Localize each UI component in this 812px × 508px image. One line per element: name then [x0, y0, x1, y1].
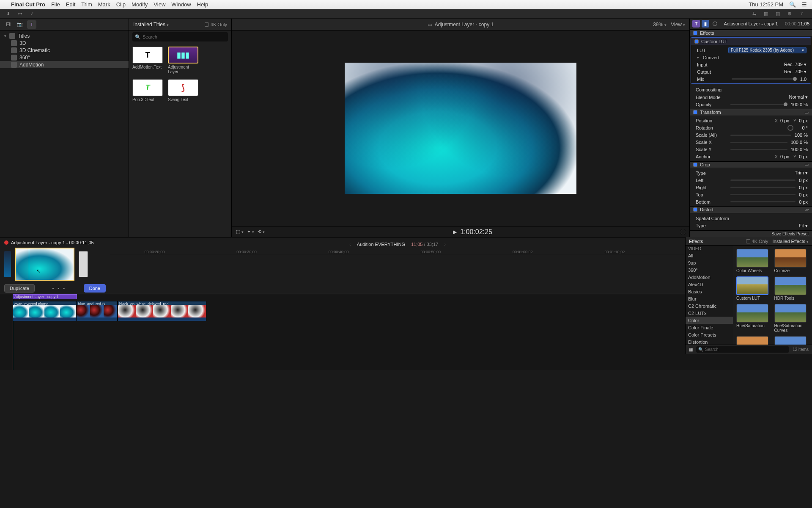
effect-item[interactable]: Colorize [774, 249, 809, 273]
nav-next-icon[interactable]: › [444, 242, 446, 247]
crop-top-slider[interactable] [730, 194, 796, 195]
effects-cat[interactable]: Color [686, 317, 733, 324]
inspector-tab-video[interactable]: ▮ [702, 20, 709, 28]
import-button[interactable]: ⬇ [3, 10, 13, 18]
crop-onscreen-icon[interactable]: ▭ [804, 162, 809, 167]
zoom-dropdown[interactable]: 39% [653, 22, 667, 28]
effects-cat[interactable]: Color Presets [686, 331, 733, 338]
menu-modify[interactable]: Modify [132, 1, 148, 8]
enhance-tool-button[interactable]: ✦ [247, 229, 254, 235]
transform-header[interactable]: Transform▭ [690, 109, 812, 116]
custom-lut-header[interactable]: Custom LUT [691, 38, 811, 45]
effect-item[interactable]: Custom LUT [736, 276, 771, 301]
save-effects-preset-button[interactable]: Save Effects Preset [771, 232, 809, 236]
audition-next-thumb[interactable] [79, 251, 88, 277]
effects-cat[interactable]: C2 LUTx [686, 309, 733, 317]
clip-appearance-button[interactable]: ⚙ [785, 10, 794, 18]
timeline-clip[interactable]: cyan inverted plume [13, 301, 76, 321]
menu-mark[interactable]: Mark [98, 1, 110, 8]
crop-left-value[interactable]: 0 px [799, 178, 808, 183]
effect-item[interactable] [736, 336, 771, 345]
audition-prev-thumb[interactable] [4, 251, 11, 277]
inspector-effects-header[interactable]: Effects [690, 30, 812, 37]
effect-item[interactable] [774, 336, 809, 345]
effects-cat[interactable]: 360° [686, 266, 733, 273]
mix-slider[interactable] [732, 78, 797, 80]
crop-type-value[interactable]: Trim ▾ [795, 170, 808, 176]
rotation-dial[interactable] [787, 125, 793, 131]
duplicate-button[interactable]: Duplicate [4, 284, 35, 293]
tree-item-addmotion[interactable]: AddMotion [0, 61, 129, 68]
lut-select[interactable]: Fuji F125 Kodak 2395 (by Adobe)▾ [728, 47, 807, 53]
retime-tool-button[interactable]: ⟲ [258, 229, 265, 235]
crop-bottom-slider[interactable] [730, 201, 796, 202]
browser-4k-only-toggle[interactable]: 4K Only [205, 22, 227, 27]
effects-cat[interactable]: Alex4D [686, 281, 733, 288]
menu-view[interactable]: View [154, 1, 165, 8]
audition-current-thumb[interactable]: ↖ [15, 248, 74, 281]
effects-cat[interactable]: 9up [686, 259, 733, 266]
browser-search-input[interactable] [143, 34, 225, 39]
scale-y-slider[interactable] [730, 149, 787, 150]
pos-x[interactable]: 0 px [780, 118, 789, 123]
browser-item[interactable]: ▮▮▮ Adjustment Layer [168, 47, 198, 74]
scale-x-slider[interactable] [730, 142, 787, 143]
distort-header[interactable]: Distort▱ [690, 206, 812, 213]
pos-y[interactable]: 0 px [799, 118, 808, 123]
scale-all-slider[interactable] [730, 135, 791, 136]
effects-cat[interactable]: C2 Chromatic [686, 302, 733, 309]
browser-item[interactable]: T Pop.3DText [132, 79, 163, 102]
effects-cat[interactable]: AddMotion [686, 273, 733, 281]
effect-item[interactable]: HDR Tools [774, 276, 809, 301]
distort-onscreen-icon[interactable]: ▱ [805, 207, 809, 213]
effects-cat[interactable]: Distortion [686, 338, 733, 345]
app-name[interactable]: Final Cut Pro [11, 1, 45, 8]
menu-edit[interactable]: Edit [66, 1, 75, 8]
effects-cat[interactable]: Color Finale [686, 324, 733, 331]
crop-bottom-value[interactable]: 0 px [799, 199, 808, 204]
effect-item[interactable]: Hue/Saturation [736, 304, 771, 333]
inspector-tab-title[interactable]: T [692, 20, 700, 28]
effects-4k-only-toggle[interactable]: 4K Only [746, 239, 768, 244]
transform-tool-button[interactable]: ⬚ [236, 229, 244, 235]
timeline-ruler[interactable]: 00:00:20;00 00:00:30;00 00:00:40;00 00:0… [110, 248, 685, 255]
titles-tab-icon[interactable]: T [27, 20, 36, 29]
menu-clip[interactable]: Clip [116, 1, 126, 8]
browser-item[interactable]: T AddMotion.Text [132, 47, 163, 74]
installed-effects-dropdown[interactable]: Installed Effects [773, 239, 809, 244]
tree-item-3d-cinematic[interactable]: 3D Cinematic [0, 47, 129, 54]
scale-all-value[interactable]: 100 % [795, 133, 808, 138]
effects-cat[interactable]: Basics [686, 288, 733, 295]
menu-window[interactable]: Window [171, 1, 191, 8]
crop-left-slider[interactable] [730, 179, 796, 181]
anchor-y[interactable]: 0 px [799, 154, 808, 159]
menu-trim[interactable]: Trim [81, 1, 92, 8]
tree-root-titles[interactable]: ▾Titles [0, 32, 129, 39]
fullscreen-button[interactable]: ⛶ [680, 229, 685, 235]
view-dropdown[interactable]: View [671, 22, 685, 28]
tree-item-360[interactable]: 360° [0, 54, 129, 61]
spotlight-icon[interactable]: 🔍 [789, 1, 796, 8]
opacity-slider[interactable] [730, 104, 787, 105]
browser-search[interactable]: 🔍 [132, 32, 228, 41]
grid-view-button[interactable]: ▦ [761, 10, 771, 18]
viewer-canvas[interactable] [232, 30, 689, 226]
output-value[interactable]: Rec. 709 ▾ [784, 69, 807, 75]
scale-y-value[interactable]: 100.0 % [791, 147, 808, 152]
list-view-button[interactable]: ▤ [773, 10, 782, 18]
menu-help[interactable]: Help [197, 1, 208, 8]
bg-tasks-button[interactable]: ✓ [27, 10, 36, 18]
menu-file[interactable]: File [51, 1, 60, 8]
timeline-clip[interactable]: black_on_white_delayed_red [118, 301, 206, 321]
effects-cat[interactable]: Blur [686, 295, 733, 302]
play-button[interactable]: ▶ [453, 229, 457, 235]
crop-right-value[interactable]: 0 px [799, 185, 808, 190]
blend-value[interactable]: Normal ▾ [789, 94, 808, 100]
crop-right-slider[interactable] [730, 187, 796, 188]
timeline-clip[interactable]: blue_and_red-B [76, 301, 118, 321]
control-center-icon[interactable]: ☰ [802, 1, 807, 8]
playhead[interactable] [13, 294, 13, 370]
tree-item-3d[interactable]: 3D [0, 39, 129, 47]
crop-header[interactable]: Crop▭ [690, 161, 812, 168]
arrange-button[interactable]: ⇆ [749, 10, 759, 18]
